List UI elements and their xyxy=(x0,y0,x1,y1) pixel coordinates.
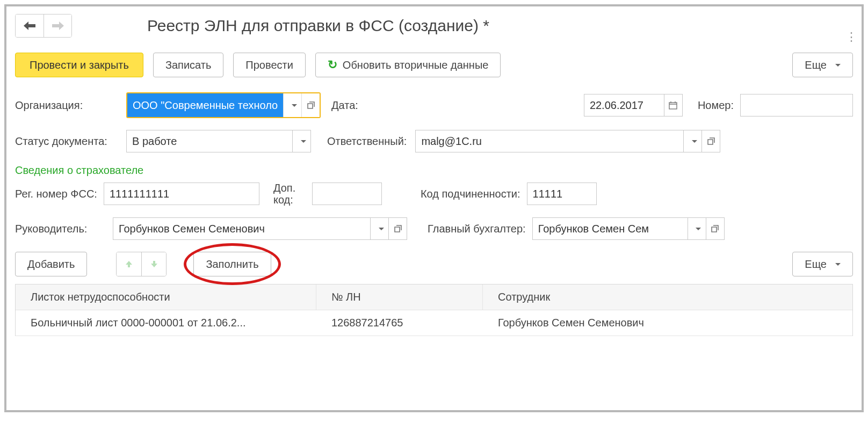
responsible-label: Ответственный: xyxy=(327,135,407,148)
page-title: Реестр ЭЛН для отправки в ФСС (создание)… xyxy=(147,17,489,35)
accountant-dropdown-button[interactable] xyxy=(688,217,706,240)
date-label: Дата: xyxy=(331,99,358,112)
open-icon xyxy=(707,137,715,145)
ln-table: Листок нетрудоспособности № ЛН Сотрудник… xyxy=(15,284,853,336)
row-status: Статус документа: Ответственный: xyxy=(15,130,853,152)
responsible-input[interactable] xyxy=(415,130,684,152)
post-and-close-button[interactable]: Провести и закрыть xyxy=(15,53,143,77)
nav-forward-button[interactable] xyxy=(44,14,71,37)
org-input[interactable] xyxy=(127,93,283,117)
org-open-button[interactable] xyxy=(301,93,320,117)
refresh-secondary-button[interactable]: ↻ Обновить вторичные данные xyxy=(315,53,501,77)
accountant-wrap xyxy=(532,217,725,240)
reg-label: Рег. номер ФСС: xyxy=(15,188,97,200)
dop-label: Доп. код: xyxy=(273,182,306,206)
head-wrap xyxy=(113,217,407,240)
move-down-button[interactable] xyxy=(141,252,166,276)
date-input-wrap2 xyxy=(584,94,683,116)
cell-employee: Горбунков Семен Семенович xyxy=(483,310,852,336)
status-dropdown-button[interactable] xyxy=(293,130,311,152)
sub-toolbar: Добавить Заполнить Еще xyxy=(15,252,853,276)
open-icon xyxy=(711,225,719,232)
responsible-open-button[interactable] xyxy=(702,130,720,152)
arrow-right-icon xyxy=(52,21,64,30)
open-icon xyxy=(307,101,315,109)
main-toolbar: Провести и закрыть Записать Провести ↻ О… xyxy=(15,53,853,77)
responsible-dropdown-button[interactable] xyxy=(684,130,702,152)
number-input[interactable] xyxy=(740,94,853,116)
refresh-label: Обновить вторичные данные xyxy=(343,59,489,71)
accountant-label: Главный бухгалтер: xyxy=(428,223,526,235)
svg-rect-0 xyxy=(669,103,677,109)
accountant-open-button[interactable] xyxy=(706,217,725,240)
subtoolbar-more-button[interactable]: Еще xyxy=(792,252,853,276)
cell-sheet: Больничный лист 0000-000001 от 21.06.2..… xyxy=(16,310,316,336)
calendar-icon xyxy=(669,101,677,110)
responsible-wrap xyxy=(415,130,720,152)
org-dropdown-button[interactable] xyxy=(283,93,301,117)
org-label: Организация: xyxy=(15,99,120,112)
subord-wrap xyxy=(527,183,597,205)
row-reg: Рег. номер ФСС: Доп. код: Код подчиненно… xyxy=(15,182,853,206)
toolbar-more-button[interactable]: Еще xyxy=(792,53,853,77)
row-head: Руководитель: Главный бухгалтер: xyxy=(15,217,853,240)
reg-wrap xyxy=(104,183,259,205)
subord-label: Код подчиненности: xyxy=(421,188,520,200)
save-button[interactable]: Записать xyxy=(153,53,223,77)
status-label: Статус документа: xyxy=(15,135,120,148)
open-icon xyxy=(394,225,402,232)
row-organization: Организация: Дата: Номер: xyxy=(15,92,853,118)
post-button[interactable]: Провести xyxy=(233,53,305,77)
date-input[interactable] xyxy=(584,94,664,116)
accountant-input[interactable] xyxy=(532,217,688,240)
refresh-icon: ↻ xyxy=(328,58,337,72)
nav-buttons xyxy=(15,14,72,38)
table-header: Листок нетрудоспособности № ЛН Сотрудник xyxy=(16,285,852,310)
status-wrap xyxy=(126,130,311,152)
insurer-section-title: Сведения о страхователе xyxy=(15,164,853,177)
number-input-wrap xyxy=(740,94,853,116)
arrow-down-icon xyxy=(150,260,158,268)
head-label: Руководитель: xyxy=(15,223,106,235)
head-dropdown-button[interactable] xyxy=(371,217,389,240)
col-ln-no[interactable]: № ЛН xyxy=(316,285,483,310)
subord-input[interactable] xyxy=(527,183,597,205)
reg-input[interactable] xyxy=(104,183,259,205)
subtoolbar-more-label: Еще xyxy=(805,258,827,271)
col-employee[interactable]: Сотрудник xyxy=(483,285,852,310)
arrow-left-icon xyxy=(24,21,35,30)
head-open-button[interactable] xyxy=(389,217,407,240)
org-input-wrap xyxy=(126,92,321,118)
header-row: Реестр ЭЛН для отправки в ФСС (создание)… xyxy=(15,14,853,38)
nav-back-button[interactable] xyxy=(16,14,44,37)
fill-button[interactable]: Заполнить xyxy=(193,252,271,276)
form-window: Реестр ЭЛН для отправки в ФСС (создание)… xyxy=(4,4,864,412)
number-label: Номер: xyxy=(698,99,734,112)
dop-input[interactable] xyxy=(312,183,382,205)
move-up-button[interactable] xyxy=(117,252,141,276)
status-input[interactable] xyxy=(126,130,293,152)
dop-wrap xyxy=(312,183,382,205)
reorder-buttons xyxy=(116,252,167,276)
fill-button-wrap: Заполнить xyxy=(193,252,271,276)
add-button[interactable]: Добавить xyxy=(15,252,87,276)
toolbar-more-label: Еще xyxy=(805,59,827,71)
date-picker-button[interactable] xyxy=(664,94,683,116)
arrow-up-icon xyxy=(125,260,133,268)
cell-ln-no: 126887214765 xyxy=(316,310,483,336)
table-row[interactable]: Больничный лист 0000-000001 от 21.06.2..… xyxy=(16,310,852,336)
head-input[interactable] xyxy=(113,217,371,240)
more-menu-icon[interactable]: ⋮ xyxy=(845,30,857,44)
col-sheet[interactable]: Листок нетрудоспособности xyxy=(16,285,316,310)
